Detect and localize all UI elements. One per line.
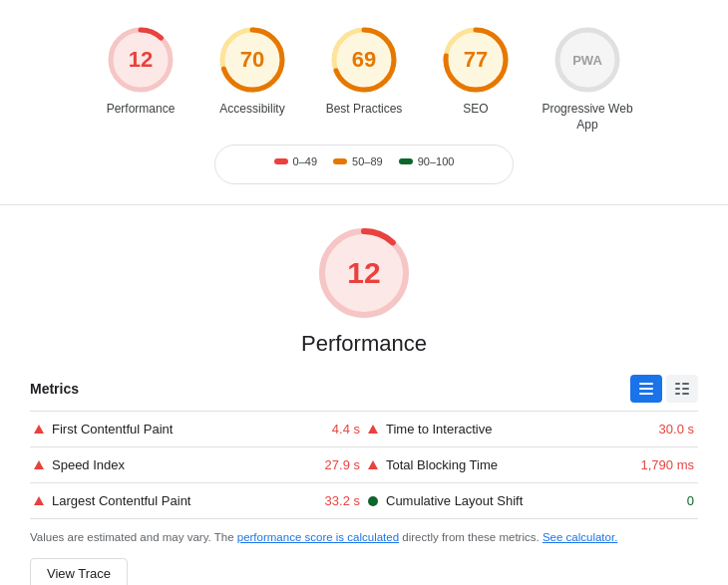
- metrics-row: Speed Index 27.9 s Total Blocking Time 1…: [30, 447, 698, 483]
- metric-value: 4.4 s: [332, 422, 360, 437]
- score-card-performance[interactable]: 12 Performance: [93, 24, 188, 118]
- score-label-pwa: Progressive Web App: [540, 102, 635, 133]
- metric-value: 33.2 s: [325, 493, 360, 508]
- metric-name: Largest Contentful Paint: [52, 493, 317, 508]
- metric-name: Cumulative Layout Shift: [386, 493, 679, 508]
- score-card-accessibility[interactable]: 70 Accessibility: [204, 24, 300, 118]
- legend: 0–49 50–89 90–100: [214, 145, 514, 184]
- scores-row: 12 Performance 70 Accessibility: [0, 0, 728, 145]
- pwa-label: PWA: [551, 24, 623, 96]
- svg-rect-21: [675, 393, 680, 395]
- score-num-performance: 12: [105, 24, 177, 96]
- tree-view-button[interactable]: [666, 375, 698, 403]
- perf-header: 12 Performance: [30, 225, 698, 357]
- metric-cell: Time to Interactive 30.0 s: [364, 412, 698, 446]
- circle-best-practices: 69: [328, 24, 400, 96]
- metric-status-icon: [34, 496, 44, 505]
- metrics-header: Metrics: [30, 375, 698, 403]
- footer-note: Values are estimated and may vary. The p…: [30, 519, 698, 558]
- svg-rect-19: [675, 383, 680, 385]
- score-num-seo: 77: [440, 24, 512, 96]
- score-card-best-practices[interactable]: 69 Best Practices: [316, 24, 412, 118]
- metrics-row: Largest Contentful Paint 33.2 s Cumulati…: [30, 483, 698, 519]
- metric-name: Speed Index: [52, 457, 317, 472]
- legend-range: 50–89: [352, 155, 383, 167]
- metric-cell: Speed Index 27.9 s: [30, 447, 364, 482]
- score-card-pwa[interactable]: PWA Progressive Web App: [540, 24, 635, 133]
- metric-cell: Cumulative Layout Shift 0: [364, 483, 698, 518]
- metric-value: 30.0 s: [659, 422, 694, 437]
- calculator-link[interactable]: See calculator.: [543, 531, 617, 543]
- metric-value: 0: [687, 493, 694, 508]
- svg-rect-20: [675, 388, 680, 390]
- performance-big-circle: 12: [316, 225, 412, 321]
- metric-value: 1,790 ms: [641, 457, 694, 472]
- legend-dot: [333, 158, 347, 164]
- perf-score-num: 12: [316, 225, 412, 321]
- circle-seo: 77: [440, 24, 512, 96]
- score-num-accessibility: 70: [216, 24, 288, 96]
- metric-name: Time to Interactive: [386, 422, 651, 437]
- metric-status-icon: [34, 460, 44, 469]
- metric-name: First Contentful Paint: [52, 422, 324, 437]
- score-num-best-practices: 69: [328, 24, 400, 96]
- svg-rect-24: [682, 393, 689, 395]
- metric-cell: Total Blocking Time 1,790 ms: [364, 447, 698, 482]
- list-view-button[interactable]: [630, 375, 662, 403]
- metrics-grid: First Contentful Paint 4.4 s Time to Int…: [30, 411, 698, 519]
- performance-section: 12 Performance Metrics: [0, 205, 728, 585]
- metric-status-icon: [368, 460, 378, 469]
- score-label-accessibility: Accessibility: [219, 102, 284, 118]
- legend-dot: [399, 158, 413, 164]
- metrics-row: First Contentful Paint 4.4 s Time to Int…: [30, 412, 698, 447]
- metric-status-icon: [368, 425, 378, 434]
- score-card-seo[interactable]: 77 SEO: [428, 24, 524, 118]
- circle-accessibility: 70: [216, 24, 288, 96]
- svg-rect-18: [639, 393, 653, 395]
- circle-performance: 12: [105, 24, 177, 96]
- score-label-performance: Performance: [107, 102, 176, 118]
- metric-value: 27.9 s: [325, 457, 360, 472]
- metric-cell: First Contentful Paint 4.4 s: [30, 412, 364, 446]
- view-toggle: [630, 375, 698, 403]
- metric-name: Total Blocking Time: [386, 457, 633, 472]
- performance-title: Performance: [301, 331, 427, 357]
- metric-status-icon: [368, 496, 378, 506]
- legend-item-50–89: 50–89: [333, 155, 383, 167]
- score-label-best-practices: Best Practices: [326, 102, 403, 118]
- pwa-circle: PWA: [551, 24, 623, 96]
- metric-status-icon: [34, 425, 44, 434]
- svg-rect-23: [682, 388, 689, 390]
- legend-range: 0–49: [293, 155, 317, 167]
- score-label-seo: SEO: [463, 102, 488, 118]
- metric-cell: Largest Contentful Paint 33.2 s: [30, 483, 364, 518]
- svg-rect-16: [639, 383, 653, 385]
- metrics-label: Metrics: [30, 381, 79, 397]
- svg-rect-22: [682, 383, 689, 385]
- legend-item-90–100: 90–100: [399, 155, 455, 167]
- legend-dot: [274, 158, 288, 164]
- legend-range: 90–100: [418, 155, 455, 167]
- legend-item-0–49: 0–49: [274, 155, 317, 167]
- legend-container: 0–49 50–89 90–100: [0, 145, 728, 188]
- svg-rect-17: [639, 388, 653, 390]
- view-trace-button[interactable]: View Trace: [30, 558, 128, 585]
- perf-score-link[interactable]: performance score is calculated: [237, 531, 399, 543]
